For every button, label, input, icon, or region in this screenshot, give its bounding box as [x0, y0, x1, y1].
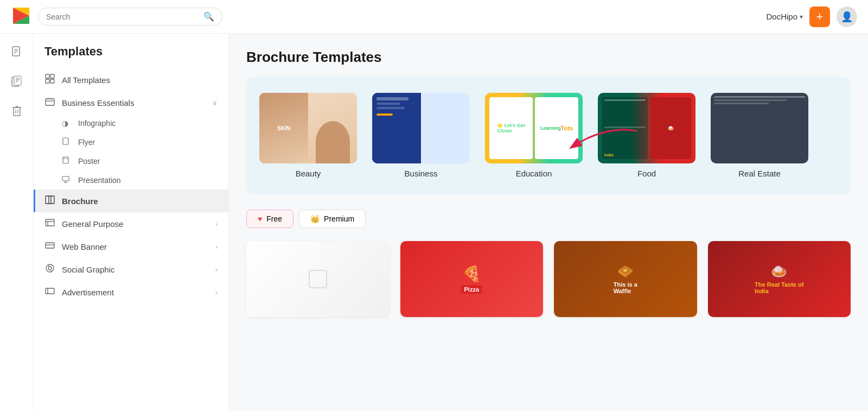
social-graphic-icon — [44, 263, 55, 275]
poster-icon — [62, 156, 72, 166]
search-input[interactable] — [46, 12, 199, 21]
template-thumb-india: 🍛 The Real Taste ofIndia — [708, 241, 851, 317]
template-card-india[interactable]: 🍛 The Real Taste ofIndia — [708, 241, 851, 317]
filter-free-label: Free — [266, 214, 282, 223]
web-banner-label: Web Banner — [62, 242, 209, 251]
category-business-label: Business — [405, 169, 438, 178]
presentation-icon — [62, 175, 72, 185]
web-banner-arrow: › — [215, 243, 218, 251]
category-thumb-business: BRAND'SWORK — [372, 93, 470, 163]
svg-line-45 — [51, 270, 52, 271]
main-layout: Templates All Templates Business Essenti… — [0, 34, 868, 411]
filter-free-button[interactable]: ♥ Free — [246, 210, 293, 228]
sidebar-item-flyer[interactable]: Flyer — [34, 132, 228, 151]
category-card-education[interactable]: 🌟 Let's GetCloser LearningTots Education — [485, 93, 583, 178]
brochure-icon — [44, 195, 55, 207]
sidebar-item-social-graphic[interactable]: Social Graphic › — [34, 258, 228, 281]
category-section-wrapper: SKIN Beauty — [246, 77, 851, 194]
icon-sidebar — [0, 34, 34, 411]
business-essentials-label: Business Essentials — [62, 98, 206, 108]
brand-label[interactable]: DocHipo ▾ — [766, 12, 803, 21]
svg-rect-15 — [14, 108, 20, 116]
svg-rect-40 — [46, 243, 54, 248]
sidebar-item-presentation[interactable]: Presentation — [34, 170, 228, 189]
advertisement-arrow: › — [215, 288, 218, 296]
svg-point-42 — [46, 264, 54, 272]
general-purpose-icon — [44, 218, 55, 230]
svg-rect-11 — [14, 76, 21, 85]
search-icon: 🔍 — [203, 11, 214, 22]
category-beauty-label: Beauty — [296, 169, 321, 178]
svg-rect-49 — [309, 270, 327, 288]
filter-premium-button[interactable]: 👑 Premium — [299, 210, 366, 228]
template-thumb-waffle: 🧇 This is aWaffle — [554, 241, 697, 317]
category-card-beauty[interactable]: SKIN Beauty — [259, 93, 357, 178]
add-button[interactable]: + — [809, 7, 830, 27]
svg-rect-31 — [62, 176, 69, 181]
sidebar-item-general-purpose[interactable]: General Purpose › — [34, 212, 228, 235]
category-card-food[interactable]: India 🍛 Food — [598, 93, 695, 178]
filter-row: ♥ Free 👑 Premium — [246, 210, 851, 228]
template-grid: 🍕 Pizza 🧇 This is aWaffle — [246, 241, 851, 317]
business-essentials-arrow: ∨ — [212, 99, 218, 107]
sidebar-item-advertisement[interactable]: Advertisement › — [34, 281, 228, 303]
left-nav: Templates All Templates Business Essenti… — [34, 34, 229, 411]
web-banner-icon — [44, 241, 55, 252]
chevron-down-icon: ▾ — [800, 13, 803, 21]
template-card-waffle[interactable]: 🧇 This is aWaffle — [554, 241, 697, 317]
sidebar-item-business-essentials[interactable]: Business Essentials ∨ — [34, 91, 228, 114]
category-thumb-real-estate: 🏠 — [711, 93, 808, 163]
infographic-label: Infographic — [78, 119, 116, 128]
user-icon: 👤 — [841, 11, 853, 23]
flyer-label: Flyer — [78, 138, 95, 147]
template-thumb-blank — [246, 241, 390, 317]
search-bar: 🔍 — [38, 8, 222, 26]
sidebar-icon-trash[interactable] — [7, 101, 27, 121]
advertisement-label: Advertisement — [62, 288, 209, 297]
all-templates-label: All Templates — [62, 75, 218, 85]
all-templates-icon — [44, 74, 55, 86]
sidebar-icon-new-doc[interactable] — [7, 42, 27, 62]
category-carousel: SKIN Beauty — [246, 77, 851, 194]
template-card-pizza[interactable]: 🍕 Pizza — [400, 241, 544, 317]
svg-rect-46 — [46, 288, 54, 294]
category-education-label: Education — [516, 169, 552, 178]
filter-premium-label: Premium — [324, 214, 354, 223]
sidebar-item-all-templates[interactable]: All Templates — [34, 68, 228, 91]
topnav: 🔍 DocHipo ▾ + 👤 — [0, 0, 868, 34]
sidebar-item-infographic[interactable]: ◑ Infographic — [34, 114, 228, 132]
svg-rect-28 — [63, 138, 68, 144]
business-essentials-icon — [44, 97, 55, 109]
svg-point-43 — [48, 267, 52, 270]
template-card-blank[interactable] — [246, 241, 390, 317]
svg-rect-34 — [46, 196, 54, 204]
sidebar-item-web-banner[interactable]: Web Banner › — [34, 235, 228, 258]
svg-line-44 — [48, 265, 49, 267]
svg-rect-22 — [46, 79, 49, 83]
logo[interactable] — [11, 5, 31, 28]
page-title: Brochure Templates — [246, 49, 851, 66]
sidebar-item-brochure[interactable]: Brochure — [34, 189, 228, 212]
presentation-label: Presentation — [78, 176, 121, 185]
content-area: Brochure Templates SKIN — [229, 34, 868, 411]
category-food-label: Food — [637, 169, 656, 178]
category-card-business[interactable]: BRAND'SWORK Business — [372, 93, 470, 178]
svg-rect-24 — [46, 99, 54, 105]
social-graphic-label: Social Graphic — [62, 265, 209, 274]
sidebar-icon-documents[interactable] — [7, 72, 27, 91]
infographic-icon: ◑ — [62, 119, 72, 128]
nav-right: DocHipo ▾ + 👤 — [766, 7, 857, 27]
avatar-button[interactable]: 👤 — [837, 7, 857, 27]
svg-rect-23 — [50, 79, 54, 83]
category-thumb-beauty: SKIN — [259, 93, 357, 163]
svg-rect-20 — [46, 74, 49, 78]
template-thumb-pizza: 🍕 Pizza — [400, 241, 544, 317]
general-purpose-arrow: › — [215, 220, 218, 228]
brand-name: DocHipo — [766, 12, 797, 21]
category-card-real-estate[interactable]: 🏠 Real Estate — [711, 93, 808, 178]
social-graphic-arrow: › — [215, 265, 218, 274]
heart-icon: ♥ — [258, 214, 262, 223]
general-purpose-label: General Purpose — [62, 219, 209, 229]
sidebar-item-poster[interactable]: Poster — [34, 151, 228, 170]
left-nav-title: Templates — [34, 45, 228, 68]
